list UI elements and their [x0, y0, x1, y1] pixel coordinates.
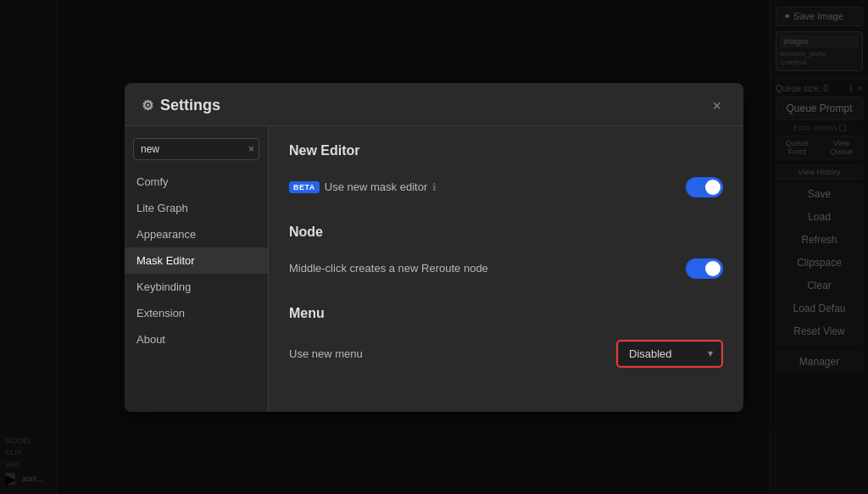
- sidebar-item-comfy[interactable]: Comfy: [125, 169, 268, 195]
- clear-search-button[interactable]: ×: [248, 143, 254, 155]
- modal-body: × Comfy Lite Graph Appearance Mask Edito…: [125, 126, 743, 412]
- info-icon[interactable]: ℹ: [432, 181, 437, 193]
- sidebar-item-mask-editor[interactable]: Mask Editor: [125, 247, 268, 274]
- new-editor-label: BETA Use new mask editor ℹ: [289, 180, 437, 193]
- settings-sidebar: × Comfy Lite Graph Appearance Mask Edito…: [125, 126, 269, 412]
- menu-label: Use new menu: [289, 347, 363, 360]
- close-button[interactable]: ×: [707, 97, 726, 115]
- node-toggle[interactable]: [686, 258, 723, 279]
- sidebar-item-appearance[interactable]: Appearance: [125, 221, 268, 247]
- new-editor-toggle[interactable]: [686, 177, 723, 197]
- node-section: Node Middle-click creates a new Reroute …: [289, 225, 723, 286]
- new-editor-title: New Editor: [289, 143, 723, 158]
- node-setting-row: Middle-click creates a new Reroute node: [289, 252, 723, 286]
- sidebar-item-extension[interactable]: Extension: [125, 300, 268, 326]
- search-wrap: ×: [133, 138, 259, 160]
- sidebar-item-keybinding[interactable]: Keybinding: [125, 274, 268, 300]
- modal-overlay: ⚙ Settings × × Comfy Lite Graph Appearan…: [0, 0, 868, 494]
- node-title: Node: [289, 225, 723, 240]
- settings-modal: ⚙ Settings × × Comfy Lite Graph Appearan…: [125, 83, 743, 412]
- beta-badge: BETA: [289, 181, 320, 193]
- toggle-slider: [686, 177, 723, 197]
- modal-title: ⚙ Settings: [142, 97, 220, 114]
- new-editor-section: New Editor BETA Use new mask editor ℹ: [289, 143, 723, 204]
- sidebar-item-lite-graph[interactable]: Lite Graph: [125, 195, 268, 221]
- new-editor-setting-row: BETA Use new mask editor ℹ: [289, 170, 723, 204]
- settings-content: New Editor BETA Use new mask editor ℹ: [269, 126, 743, 412]
- menu-setting-row: Use new menu Disabled Enabled Auto ▾: [289, 333, 723, 375]
- menu-title: Menu: [289, 306, 723, 321]
- node-toggle-slider: [686, 258, 723, 279]
- search-box-wrap: ×: [125, 133, 268, 169]
- search-input[interactable]: [133, 138, 259, 160]
- use-new-menu-select[interactable]: Disabled Enabled Auto: [619, 342, 721, 365]
- node-label: Middle-click creates a new Reroute node: [289, 262, 488, 275]
- modal-header: ⚙ Settings ×: [125, 83, 743, 126]
- sidebar-item-about[interactable]: About: [125, 326, 268, 352]
- gear-icon: ⚙: [142, 97, 153, 114]
- use-new-menu-dropdown-wrap: Disabled Enabled Auto ▾: [616, 340, 723, 368]
- menu-section: Menu Use new menu Disabled Enabled Auto …: [289, 306, 723, 375]
